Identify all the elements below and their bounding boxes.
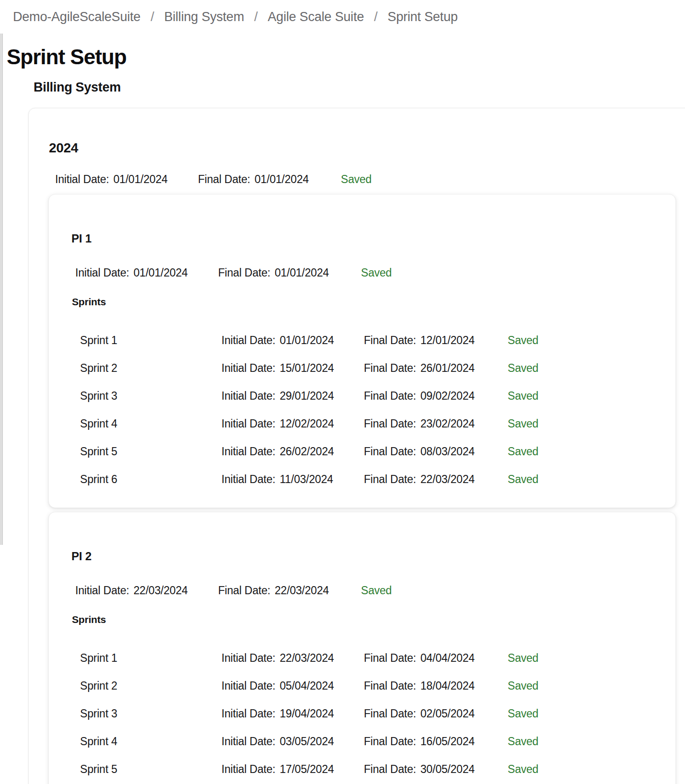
sprint-saved-status: Saved [508, 445, 675, 458]
final-date-label: Final Date: [364, 362, 416, 374]
sprint-final-date-field[interactable]: Final Date:22/03/2024 [364, 473, 508, 486]
final-date-value: 01/01/2024 [255, 173, 309, 185]
sprints-label: Sprints [49, 297, 675, 307]
sprint-saved-status: Saved [508, 763, 675, 776]
initial-date-label: Initial Date: [221, 473, 275, 485]
initial-date-label: Initial Date: [221, 680, 275, 692]
initial-date-value: 11/03/2024 [279, 473, 333, 485]
sprint-final-date-field[interactable]: Final Date:08/03/2024 [364, 445, 508, 458]
sprint-saved-status: Saved [508, 390, 675, 403]
breadcrumb-item-agile-scale-suite[interactable]: Agile Scale Suite [268, 10, 364, 24]
initial-date-value: 22/03/2024 [279, 652, 334, 664]
sprint-final-date-field[interactable]: Final Date:12/01/2024 [364, 334, 508, 347]
final-date-label: Final Date: [364, 652, 416, 664]
final-date-value: 09/02/2024 [420, 390, 475, 402]
breadcrumb-item-project[interactable]: Demo-AgileScaleSuite [13, 10, 140, 24]
sprint-final-date-field[interactable]: Final Date:16/05/2024 [364, 735, 508, 748]
sprint-initial-date-field[interactable]: Initial Date:12/02/2024 [221, 417, 364, 430]
final-date-value: 08/03/2024 [420, 445, 475, 458]
sprint-initial-date-field[interactable]: Initial Date:05/04/2024 [221, 680, 364, 692]
pi-card-1: PI 1 Initial Date:01/01/2024 Final Date:… [48, 194, 676, 508]
sprint-final-date-field[interactable]: Final Date:30/05/2024 [364, 763, 508, 776]
initial-date-label: Initial Date: [221, 707, 275, 720]
sprint-row[interactable]: Sprint 2 Initial Date:15/01/2024 Final D… [49, 362, 675, 375]
sprint-name: Sprint 3 [80, 390, 221, 403]
breadcrumb-separator: / [374, 10, 377, 24]
sprint-final-date-field[interactable]: Final Date:04/04/2024 [364, 652, 508, 665]
breadcrumb-item-billing-system[interactable]: Billing System [164, 10, 244, 24]
pi-saved-status: Saved [361, 266, 675, 279]
pi-date-row: Initial Date:22/03/2024 Final Date:22/03… [49, 584, 675, 597]
initial-date-value: 26/02/2024 [279, 445, 334, 458]
sprint-row[interactable]: Sprint 6 Initial Date:11/03/2024 Final D… [49, 473, 675, 486]
sprint-saved-status: Saved [508, 362, 675, 375]
sprint-row[interactable]: Sprint 1 Initial Date:22/03/2024 Final D… [49, 652, 675, 665]
sprint-initial-date-field[interactable]: Initial Date:19/04/2024 [221, 707, 364, 720]
left-panel-scrollbar[interactable] [0, 34, 3, 545]
initial-date-value: 01/01/2024 [133, 266, 187, 279]
final-date-label: Final Date: [364, 763, 416, 775]
initial-date-value: 29/01/2024 [279, 390, 334, 402]
initial-date-label: Initial Date: [221, 763, 275, 775]
sprint-name: Sprint 4 [80, 417, 221, 430]
final-date-value: 04/04/2024 [420, 652, 475, 664]
initial-date-value: 03/05/2024 [279, 735, 334, 748]
sprint-name: Sprint 6 [80, 473, 221, 486]
final-date-label: Final Date: [364, 445, 416, 458]
sprint-initial-date-field[interactable]: Initial Date:29/01/2024 [221, 390, 364, 403]
initial-date-label: Initial Date: [221, 334, 275, 346]
pi-initial-date-field[interactable]: Initial Date:01/01/2024 [75, 266, 218, 279]
sprint-row[interactable]: Sprint 4 Initial Date:03/05/2024 Final D… [49, 735, 675, 748]
year-date-row: Initial Date:01/01/2024 Final Date:01/01… [29, 173, 685, 186]
initial-date-value: 22/03/2024 [133, 584, 187, 597]
sprint-initial-date-field[interactable]: Initial Date:22/03/2024 [221, 652, 364, 665]
sprint-row[interactable]: Sprint 1 Initial Date:01/01/2024 Final D… [49, 334, 675, 347]
breadcrumb-item-sprint-setup[interactable]: Sprint Setup [388, 10, 458, 24]
pi-final-date-field[interactable]: Final Date:01/01/2024 [218, 266, 361, 279]
initial-date-label: Initial Date: [221, 390, 275, 402]
sprint-row[interactable]: Sprint 5 Initial Date:26/02/2024 Final D… [49, 445, 675, 458]
final-date-label: Final Date: [218, 584, 270, 597]
sprint-name: Sprint 4 [80, 735, 221, 748]
sprint-row[interactable]: Sprint 5 Initial Date:17/05/2024 Final D… [49, 763, 675, 776]
sprint-row[interactable]: Sprint 2 Initial Date:05/04/2024 Final D… [49, 680, 675, 692]
pi-initial-date-field[interactable]: Initial Date:22/03/2024 [75, 584, 218, 597]
sprints-label: Sprints [49, 614, 675, 625]
sprint-initial-date-field[interactable]: Initial Date:17/05/2024 [221, 763, 364, 776]
breadcrumb: Demo-AgileScaleSuite / Billing System / … [0, 0, 685, 24]
pi-final-date-field[interactable]: Final Date:22/03/2024 [218, 584, 361, 597]
year-final-date-field[interactable]: Final Date:01/01/2024 [198, 173, 341, 186]
final-date-label: Final Date: [198, 173, 250, 185]
sprint-saved-status: Saved [508, 417, 675, 430]
sprint-initial-date-field[interactable]: Initial Date:11/03/2024 [221, 473, 364, 486]
sprint-final-date-field[interactable]: Final Date:09/02/2024 [364, 390, 508, 403]
sprint-final-date-field[interactable]: Final Date:02/05/2024 [364, 707, 508, 720]
sprint-initial-date-field[interactable]: Initial Date:03/05/2024 [221, 735, 364, 748]
sprint-saved-status: Saved [508, 334, 675, 347]
final-date-value: 18/04/2024 [420, 680, 475, 692]
sprint-initial-date-field[interactable]: Initial Date:26/02/2024 [221, 445, 364, 458]
final-date-label: Final Date: [364, 707, 416, 720]
sprint-initial-date-field[interactable]: Initial Date:01/01/2024 [221, 334, 364, 347]
final-date-value: 23/02/2024 [420, 417, 475, 430]
final-date-label: Final Date: [364, 680, 416, 692]
sprint-row[interactable]: Sprint 4 Initial Date:12/02/2024 Final D… [49, 417, 675, 430]
sprint-row[interactable]: Sprint 3 Initial Date:19/04/2024 Final D… [49, 707, 675, 720]
breadcrumb-separator: / [254, 10, 257, 24]
sprint-name: Sprint 5 [80, 445, 221, 458]
year-initial-date-field[interactable]: Initial Date:01/01/2024 [55, 173, 198, 186]
initial-date-label: Initial Date: [55, 173, 109, 185]
sprint-final-date-field[interactable]: Final Date:18/04/2024 [364, 680, 508, 692]
final-date-label: Final Date: [364, 334, 416, 346]
breadcrumb-separator: / [151, 10, 154, 24]
initial-date-label: Initial Date: [75, 266, 129, 279]
sprint-initial-date-field[interactable]: Initial Date:15/01/2024 [221, 362, 364, 375]
sprint-row[interactable]: Sprint 3 Initial Date:29/01/2024 Final D… [49, 390, 675, 403]
sprint-final-date-field[interactable]: Final Date:23/02/2024 [364, 417, 508, 430]
sprint-final-date-field[interactable]: Final Date:26/01/2024 [364, 362, 508, 375]
final-date-label: Final Date: [364, 417, 416, 430]
initial-date-label: Initial Date: [75, 584, 129, 597]
final-date-value: 12/01/2024 [420, 334, 475, 346]
page-title: Sprint Setup [7, 45, 685, 69]
initial-date-label: Initial Date: [221, 652, 275, 664]
